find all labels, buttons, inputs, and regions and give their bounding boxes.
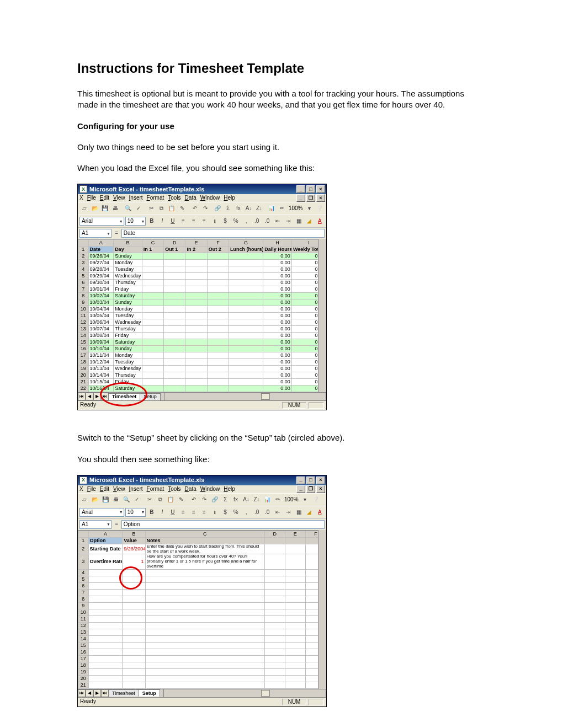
minimize-button[interactable]: _	[296, 477, 305, 484]
cell[interactable]: 09/30/04	[88, 280, 114, 286]
cell[interactable]	[229, 386, 263, 392]
cell[interactable]	[285, 589, 305, 596]
menu-bar[interactable]: FileEditViewInsertFormatToolsDataWindowH…	[85, 194, 237, 202]
cell[interactable]	[123, 629, 145, 635]
cell[interactable]	[164, 366, 185, 372]
row-header[interactable]: 4	[78, 569, 89, 576]
menu-data[interactable]: Data	[185, 486, 196, 492]
column-header[interactable]: E	[185, 240, 207, 247]
cell[interactable]: 10/07/04	[88, 326, 114, 333]
paste-icon[interactable]: 📋	[167, 204, 177, 213]
cell[interactable]	[285, 642, 305, 649]
column-header[interactable]	[78, 240, 89, 247]
cell[interactable]	[164, 379, 185, 386]
column-header[interactable]: G	[229, 240, 263, 247]
font-name-dropdown[interactable]: Arial	[79, 217, 124, 226]
merge-icon[interactable]: ⫾	[210, 507, 220, 517]
menu-window[interactable]: Window	[200, 486, 220, 492]
cell[interactable]: Wednesday	[114, 366, 142, 372]
cell[interactable]	[164, 313, 185, 319]
cell[interactable]	[88, 662, 123, 668]
cell[interactable]	[285, 635, 305, 642]
cut-icon[interactable]: ✂	[145, 495, 155, 505]
column-header[interactable]: E	[285, 531, 305, 537]
column-header[interactable]: D	[164, 240, 185, 247]
cell[interactable]: 10/13/04	[88, 366, 114, 372]
cell[interactable]	[229, 306, 263, 313]
cell[interactable]	[123, 675, 145, 682]
cell[interactable]	[229, 299, 263, 306]
zoom-dropdown-icon[interactable]: ▾	[300, 495, 310, 505]
currency-icon[interactable]: $	[221, 216, 230, 226]
cell[interactable]: 0.00	[263, 319, 292, 326]
menu-window[interactable]: Window	[200, 195, 220, 201]
italic-icon[interactable]: I	[157, 507, 167, 517]
cell[interactable]	[264, 569, 285, 576]
horizontal-scrollbar[interactable]	[164, 392, 326, 401]
cell[interactable]	[207, 260, 229, 266]
merge-icon[interactable]: ⫾	[210, 216, 220, 226]
cell[interactable]	[142, 339, 163, 346]
cell[interactable]: 0.00	[263, 372, 292, 379]
cell[interactable]	[164, 266, 185, 273]
cell[interactable]	[207, 273, 229, 280]
tab-last-icon[interactable]: ⏭	[101, 689, 109, 697]
decrease-indent-icon[interactable]: ⇤	[273, 507, 283, 517]
column-header[interactable]: H	[263, 240, 292, 247]
row-header[interactable]: 8	[78, 596, 89, 602]
cell[interactable]	[142, 299, 163, 306]
name-box[interactable]: A1	[79, 520, 111, 529]
tab-next-icon[interactable]: ▶	[93, 689, 101, 697]
cell[interactable]	[142, 280, 163, 286]
row-header[interactable]: 13	[78, 326, 89, 333]
align-left-icon[interactable]: ≡	[178, 216, 188, 226]
cell[interactable]: 0.00	[263, 273, 292, 280]
cell[interactable]: Tuesday	[114, 266, 142, 273]
row-header[interactable]: 17	[78, 352, 89, 359]
row-header[interactable]: 21	[78, 379, 89, 386]
cell[interactable]	[285, 629, 305, 635]
cell[interactable]	[123, 589, 145, 596]
worksheet-table[interactable]: ABCDEFGHI1DateDayIn 1Out 1In 2Out 2Lunch…	[78, 239, 326, 392]
cell[interactable]	[88, 609, 123, 615]
row-header[interactable]: 14	[78, 635, 89, 642]
cell[interactable]	[285, 609, 305, 615]
row-header[interactable]: 1	[78, 537, 89, 544]
cell[interactable]	[229, 333, 263, 339]
cell[interactable]	[185, 253, 207, 260]
drawing-icon[interactable]: ✏	[277, 204, 287, 213]
bold-icon[interactable]: B	[147, 216, 156, 226]
cell[interactable]	[229, 319, 263, 326]
column-label[interactable]	[264, 537, 285, 544]
menu-help[interactable]: Help	[224, 195, 235, 201]
new-icon[interactable]: ▱	[79, 495, 89, 505]
cell[interactable]: 10/09/04	[88, 339, 114, 346]
cell[interactable]	[145, 668, 264, 675]
column-header[interactable]: B	[123, 531, 145, 537]
cell[interactable]: Tuesday	[114, 313, 142, 319]
column-label[interactable]: In 1	[142, 247, 163, 253]
cell[interactable]	[185, 273, 207, 280]
sort-desc-icon[interactable]: Z↓	[252, 495, 262, 505]
cell[interactable]: 09/29/04	[88, 273, 114, 280]
decrease-decimal-icon[interactable]: .0	[263, 216, 272, 226]
tab-first-icon[interactable]: ⏮	[78, 689, 86, 697]
cell[interactable]	[88, 642, 123, 649]
cell[interactable]	[264, 576, 285, 582]
format-painter-icon[interactable]: ✎	[177, 204, 187, 213]
cell[interactable]: Saturday	[114, 339, 142, 346]
workbook-icon[interactable]: X	[79, 195, 83, 201]
paste-icon[interactable]: 📋	[166, 495, 176, 505]
column-header[interactable]: A	[88, 531, 123, 537]
fx-icon[interactable]: =	[115, 522, 118, 527]
menu-file[interactable]: File	[87, 486, 96, 492]
cell[interactable]	[185, 260, 207, 266]
row-header[interactable]: 13	[78, 629, 89, 635]
row-header[interactable]: 9	[78, 299, 89, 306]
zoom-box[interactable]: 100%	[288, 206, 304, 211]
spreadsheet-grid[interactable]: ABCDEF1OptionValueNotes2Starting Date9/2…	[78, 530, 326, 689]
cell[interactable]	[185, 372, 207, 379]
cell[interactable]	[88, 668, 123, 675]
cell[interactable]	[142, 359, 163, 366]
cell[interactable]	[285, 582, 305, 589]
